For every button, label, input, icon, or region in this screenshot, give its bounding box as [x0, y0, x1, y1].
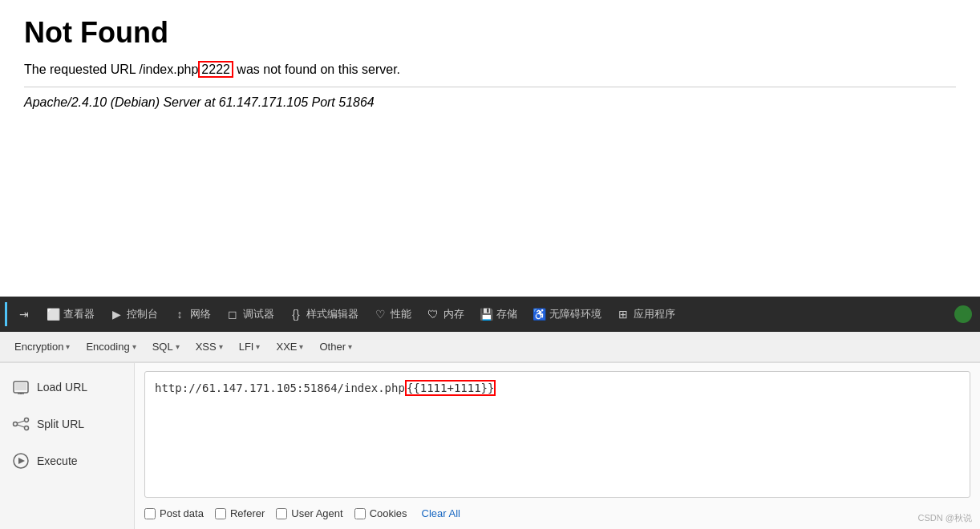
url-prefix: http://61.147.171.105:51864/index.php — [155, 382, 405, 394]
sql-arrow: ▾ — [176, 342, 180, 351]
post-data-checkbox[interactable] — [144, 508, 156, 519]
encoding-arrow: ▾ — [132, 342, 136, 351]
lfi-arrow: ▾ — [256, 342, 260, 351]
devtools-network-btn[interactable]: ↕ 网络 — [166, 304, 217, 325]
accessibility-label: 无障碍环境 — [549, 307, 601, 321]
clear-all-button[interactable]: Clear All — [422, 507, 460, 519]
memory-label: 内存 — [443, 307, 464, 321]
split-url-icon — [11, 414, 30, 434]
network-label: 网络 — [190, 307, 211, 321]
application-icon: ⊞ — [616, 307, 630, 321]
network-icon: ↕ — [172, 307, 187, 321]
devtools-console-btn[interactable]: ▶ 控制台 — [103, 304, 164, 325]
post-data-checkbox-label[interactable]: Post data — [144, 507, 204, 519]
devtools-accessibility-btn[interactable]: ♿ 无障碍环境 — [525, 304, 608, 325]
url-input-text: http://61.147.171.105:51864/index.php{{1… — [145, 372, 970, 405]
performance-label: 性能 — [391, 307, 411, 321]
storage-label: 存储 — [496, 307, 517, 321]
url-input-area[interactable]: http://61.147.171.105:51864/index.php{{1… — [144, 371, 970, 498]
xxe-arrow: ▾ — [299, 342, 303, 351]
svg-line-7 — [18, 421, 25, 423]
server-info: Apache/2.4.10 (Debian) Server at 61.147.… — [24, 95, 956, 110]
devtools-application-btn[interactable]: ⊞ 应用程序 — [609, 304, 682, 325]
devtools-memory-btn[interactable]: 🛡 内存 — [419, 304, 471, 325]
other-dropdown-btn[interactable]: Other ▾ — [313, 337, 358, 356]
memory-icon: 🛡 — [426, 307, 440, 321]
console-icon: ▶ — [109, 307, 124, 321]
devtools-bar: ⇥ ⬜ 查看器 ▶ 控制台 ↕ 网络 ◻ 调试器 {} 样式编辑器 ♡ 性能 🛡… — [0, 297, 980, 332]
svg-point-4 — [14, 422, 18, 426]
separator — [24, 87, 956, 87]
load-url-icon — [11, 378, 30, 397]
sql-dropdown-btn[interactable]: SQL ▾ — [146, 337, 186, 356]
description-highlight: 2222 — [198, 61, 233, 78]
devtools-indicator — [5, 302, 7, 326]
devtools-circle — [954, 305, 972, 323]
lfi-label: LFI — [239, 341, 254, 353]
user-agent-checkbox[interactable] — [276, 508, 287, 519]
lfi-dropdown-btn[interactable]: LFI ▾ — [233, 337, 267, 356]
encryption-arrow: ▾ — [66, 342, 70, 351]
style-editor-label: 样式编辑器 — [306, 307, 358, 321]
url-highlight: {{1111+1111}} — [405, 380, 496, 396]
encryption-dropdown-btn[interactable]: Encryption ▾ — [8, 337, 76, 356]
cookies-checkbox[interactable] — [354, 508, 366, 519]
devtools-performance-btn[interactable]: ♡ 性能 — [366, 304, 418, 325]
referer-checkbox-label[interactable]: Referer — [215, 507, 265, 519]
xss-dropdown-btn[interactable]: XSS ▾ — [189, 337, 229, 356]
application-label: 应用程序 — [634, 307, 675, 321]
xss-label: XSS — [196, 341, 217, 353]
devtools-style-editor-btn[interactable]: {} 样式编辑器 — [282, 304, 365, 325]
svg-line-8 — [18, 425, 25, 427]
referer-label: Referer — [230, 507, 265, 519]
devtools-debugger-btn[interactable]: ◻ 调试器 — [219, 304, 281, 325]
main-panel: Load URL Split URL Execute — [0, 362, 980, 529]
bottom-bar: Post data Referer User Agent Cookies Cle… — [144, 504, 970, 521]
svg-marker-10 — [18, 458, 25, 464]
page-title: Not Found — [24, 16, 956, 50]
plugin-bar: Encryption ▾ Encoding ▾ SQL ▾ XSS ▾ LFI … — [0, 332, 980, 362]
content-area: Not Found The requested URL /index.php22… — [0, 0, 980, 297]
user-agent-label: User Agent — [291, 507, 342, 519]
split-url-label: Split URL — [37, 418, 84, 430]
split-url-button[interactable]: Split URL — [0, 406, 134, 442]
viewer-icon: ⬜ — [46, 307, 60, 321]
encoding-dropdown-btn[interactable]: Encoding ▾ — [79, 337, 142, 356]
xxe-label: XXE — [276, 341, 297, 353]
encryption-label: Encryption — [14, 341, 63, 353]
svg-point-5 — [25, 418, 29, 422]
xss-arrow: ▾ — [219, 342, 223, 351]
execute-label: Execute — [37, 454, 78, 467]
description-prefix: The requested URL /index.php — [24, 63, 198, 76]
devtools-storage-btn[interactable]: 💾 存储 — [472, 304, 524, 325]
debugger-icon: ◻ — [225, 307, 240, 321]
svg-rect-1 — [15, 383, 26, 390]
devtools-viewer-btn[interactable]: ⬜ 查看器 — [39, 304, 101, 325]
devtools-inspect-btn[interactable]: ⇥ — [10, 304, 38, 325]
xxe-dropdown-btn[interactable]: XXE ▾ — [269, 337, 310, 356]
style-editor-icon: {} — [289, 307, 303, 321]
svg-point-6 — [25, 426, 29, 430]
viewer-label: 查看器 — [63, 307, 95, 321]
not-found-description: The requested URL /index.php2222 was not… — [24, 63, 956, 77]
load-url-label: Load URL — [37, 381, 87, 394]
description-suffix: was not found on this server. — [233, 63, 400, 76]
watermark: CSDN @秋说 — [918, 512, 972, 524]
encoding-label: Encoding — [86, 341, 129, 353]
accessibility-icon: ♿ — [532, 307, 546, 321]
storage-icon: 💾 — [479, 307, 493, 321]
execute-icon — [11, 451, 30, 470]
user-agent-checkbox-label[interactable]: User Agent — [276, 507, 342, 519]
right-content: http://61.147.171.105:51864/index.php{{1… — [135, 363, 980, 529]
sql-label: SQL — [152, 341, 173, 353]
cookies-label: Cookies — [370, 507, 407, 519]
load-url-button[interactable]: Load URL — [0, 369, 134, 405]
sidebar: Load URL Split URL Execute — [0, 363, 135, 529]
inspect-icon: ⇥ — [17, 307, 31, 321]
cookies-checkbox-label[interactable]: Cookies — [354, 507, 407, 519]
other-label: Other — [319, 341, 346, 353]
execute-button[interactable]: Execute — [0, 443, 134, 479]
post-data-label: Post data — [160, 507, 204, 519]
referer-checkbox[interactable] — [215, 508, 226, 519]
debugger-label: 调试器 — [243, 307, 274, 321]
